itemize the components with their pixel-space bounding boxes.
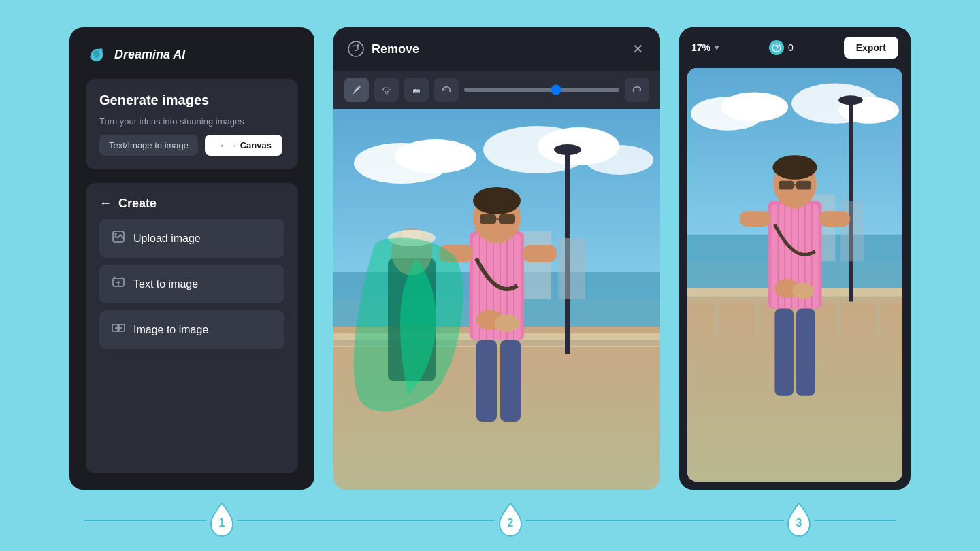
upload-image-item[interactable]: Upload image xyxy=(99,219,284,258)
canvas-arrow: → xyxy=(216,140,225,150)
svg-rect-36 xyxy=(499,214,515,224)
svg-rect-24 xyxy=(558,238,585,299)
svg-rect-68 xyxy=(840,201,864,261)
svg-text:1: 1 xyxy=(219,517,225,529)
svg-point-22 xyxy=(554,144,581,155)
step-line-1 xyxy=(84,520,207,522)
logo-area: Dreamina AI xyxy=(86,44,298,65)
svg-rect-79 xyxy=(779,181,794,190)
zoom-dropdown-arrow[interactable]: ▾ xyxy=(715,43,719,52)
brush-tool-button[interactable] xyxy=(344,78,369,102)
panel-result: 17% ▾ 0 Export xyxy=(679,27,911,490)
editor-toolbar xyxy=(333,71,660,109)
undo-button[interactable] xyxy=(434,78,459,102)
svg-point-49 xyxy=(776,50,777,51)
brush-size-slider-container xyxy=(464,88,619,92)
svg-point-78 xyxy=(772,155,817,180)
credits-count: 0 xyxy=(788,42,794,53)
credits-badge: 0 xyxy=(769,40,794,55)
svg-point-15 xyxy=(585,145,653,175)
svg-text:2: 2 xyxy=(508,517,514,529)
generate-subtitle: Turn your ideas into stunning images xyxy=(99,116,284,127)
generate-card: Generate images Turn your ideas into stu… xyxy=(86,79,298,169)
zoom-value: 17% xyxy=(691,42,710,53)
create-label: Create xyxy=(118,197,157,211)
svg-rect-83 xyxy=(819,211,850,227)
svg-point-52 xyxy=(721,92,788,121)
create-items: Upload image Text to image xyxy=(99,219,284,349)
eraser-tool-button[interactable] xyxy=(404,78,429,102)
editor-scene-svg xyxy=(333,109,660,490)
svg-point-41 xyxy=(495,314,519,332)
result-image-area xyxy=(687,68,902,482)
upload-icon xyxy=(112,230,125,247)
back-arrow: ← xyxy=(99,197,112,211)
svg-point-2 xyxy=(115,233,117,235)
svg-rect-46 xyxy=(476,340,497,422)
svg-point-0 xyxy=(99,48,103,52)
main-container: Dreamina AI Generate images Turn your id… xyxy=(0,0,980,551)
canvas-button[interactable]: → → Canvas xyxy=(205,135,282,156)
svg-rect-87 xyxy=(796,308,815,395)
svg-point-85 xyxy=(792,283,814,299)
bottom-steps: 1 2 3 xyxy=(0,502,980,539)
dreamina-logo-icon xyxy=(86,44,108,65)
create-section: ← Create Upload image xyxy=(86,183,298,473)
editor-header: Remove ✕ xyxy=(333,27,660,71)
svg-point-7 xyxy=(357,44,359,47)
brush-size-slider[interactable] xyxy=(464,88,619,92)
result-scene-svg xyxy=(687,68,902,482)
svg-rect-60 xyxy=(715,297,720,337)
generate-title: Generate images xyxy=(99,93,284,108)
image-to-image-item[interactable]: Image to image xyxy=(99,310,284,349)
credits-icon xyxy=(769,40,784,55)
export-button[interactable]: Export xyxy=(844,37,898,59)
step-2-indicator: 2 xyxy=(495,502,525,539)
panel-sidebar: Dreamina AI Generate images Turn your id… xyxy=(69,27,314,490)
svg-rect-61 xyxy=(755,297,760,337)
result-photo-bg xyxy=(687,68,902,482)
step-3-indicator: 3 xyxy=(784,502,814,539)
create-header: ← Create xyxy=(99,197,284,211)
logo-text: Dreamina AI xyxy=(114,48,185,62)
svg-rect-64 xyxy=(876,297,881,337)
svg-rect-86 xyxy=(774,308,794,395)
editor-image-area xyxy=(333,109,660,490)
close-button[interactable]: ✕ xyxy=(630,38,647,60)
svg-point-12 xyxy=(395,139,476,173)
svg-point-66 xyxy=(838,95,863,105)
svg-point-34 xyxy=(473,187,521,214)
text-to-image-label: Text to image xyxy=(133,278,198,290)
panel-editor: Remove ✕ xyxy=(333,27,660,490)
svg-rect-80 xyxy=(796,181,811,190)
step-line-4 xyxy=(814,520,896,522)
image-to-image-icon xyxy=(112,321,125,338)
text-image-button[interactable]: Text/Image to image xyxy=(99,135,198,156)
svg-rect-82 xyxy=(740,211,770,227)
remove-title-area: Remove xyxy=(347,40,419,58)
svg-rect-63 xyxy=(835,297,840,337)
svg-point-8 xyxy=(358,86,361,88)
remove-label: Remove xyxy=(372,42,419,56)
zoom-control: 17% ▾ xyxy=(691,42,719,53)
svg-rect-35 xyxy=(480,214,496,224)
editor-photo-bg xyxy=(333,109,660,490)
step-1-indicator: 1 xyxy=(207,502,237,539)
step-line-2 xyxy=(237,520,495,522)
generate-buttons: Text/Image to image → → Canvas xyxy=(99,135,284,156)
svg-point-6 xyxy=(348,41,363,56)
svg-rect-39 xyxy=(523,245,557,262)
redo-button[interactable] xyxy=(625,78,649,102)
canvas-label: → Canvas xyxy=(229,140,272,150)
result-header: 17% ▾ 0 Export xyxy=(679,27,911,68)
text-to-image-icon xyxy=(112,276,125,293)
text-to-image-item[interactable]: Text to image xyxy=(99,265,284,303)
lasso-tool-button[interactable] xyxy=(374,78,399,102)
remove-icon xyxy=(347,40,365,58)
svg-text:3: 3 xyxy=(796,517,802,529)
upload-image-label: Upload image xyxy=(133,233,201,245)
image-to-image-label: Image to image xyxy=(133,324,208,336)
svg-rect-47 xyxy=(500,340,521,422)
step-line-3 xyxy=(525,520,784,522)
